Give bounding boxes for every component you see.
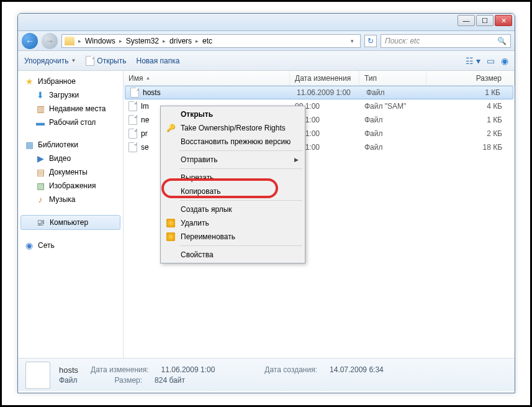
chevron-right-icon[interactable]: ▸	[196, 38, 199, 44]
image-icon: ▧	[35, 181, 45, 191]
help-icon[interactable]: ◉	[501, 56, 508, 66]
sidebar-downloads[interactable]: ⬇Загрузки	[18, 88, 123, 102]
view-options-icon[interactable]: ☷ ▾	[466, 56, 480, 66]
preview-pane-icon[interactable]: ▭	[487, 56, 495, 66]
toolbar: Упорядочить ▼ Открыть Новая папка ☷ ▾ ▭ …	[18, 51, 515, 71]
ctx-send-to[interactable]: Отправить▶	[162, 153, 304, 167]
address-bar[interactable]: ▸ Windows ▸ System32 ▸ drivers ▸ etc ▾	[61, 34, 361, 48]
file-icon	[128, 142, 137, 152]
shield-icon	[166, 218, 176, 228]
ownership-icon: 🔑	[166, 123, 176, 133]
refresh-button[interactable]: ↻	[364, 35, 377, 47]
nav-bar: ← → ▸ Windows ▸ System32 ▸ drivers ▸ etc…	[18, 31, 515, 51]
sidebar-pictures[interactable]: ▧Изображения	[18, 179, 123, 193]
recent-icon: ▥	[35, 104, 45, 114]
document-icon: ▤	[35, 167, 45, 177]
sidebar-video[interactable]: ▶Видео	[18, 152, 123, 165]
ctx-copy[interactable]: Копировать	[162, 185, 304, 198]
maximize-button[interactable]: ☐	[476, 15, 494, 26]
breadcrumb-item[interactable]: Windows	[83, 37, 118, 45]
status-filename: hosts	[59, 365, 78, 375]
column-headers: Имя▲ Дата изменения Тип Размер	[124, 71, 515, 86]
music-icon: ♪	[35, 194, 45, 204]
folder-icon	[65, 37, 74, 45]
chevron-right-icon[interactable]: ▸	[163, 38, 166, 44]
new-folder-button[interactable]: Новая папка	[136, 57, 179, 65]
file-icon	[128, 115, 137, 125]
star-icon: ★	[24, 76, 34, 86]
back-button[interactable]: ←	[22, 33, 38, 49]
sidebar-network[interactable]: ◉Сеть	[18, 239, 123, 252]
ctx-rename[interactable]: Переименовать	[162, 230, 304, 244]
shield-icon	[166, 232, 176, 242]
separator	[179, 245, 302, 246]
libraries-group[interactable]: ▦Библиотеки	[18, 138, 123, 152]
sidebar-desktop[interactable]: ▬Рабочий стол	[18, 116, 123, 129]
status-bar: hosts Дата изменения: 11.06.2009 1:00 Да…	[18, 358, 515, 391]
ctx-properties[interactable]: Свойства	[162, 248, 304, 262]
breadcrumb-item[interactable]: etc	[200, 37, 215, 45]
column-size[interactable]: Размер	[426, 71, 515, 85]
ctx-cut[interactable]: Вырезать	[162, 171, 304, 185]
organize-button[interactable]: Упорядочить ▼	[24, 57, 76, 65]
chevron-down-icon[interactable]: ▾	[347, 38, 358, 44]
open-button[interactable]: Открыть	[86, 56, 126, 66]
sidebar-music[interactable]: ♪Музыка	[18, 193, 123, 206]
separator	[179, 168, 302, 169]
ctx-restore[interactable]: Восстановить прежнюю версию	[162, 135, 304, 149]
chevron-right-icon: ▶	[294, 157, 299, 163]
network-icon: ◉	[24, 240, 34, 250]
ctx-take-ownership[interactable]: 🔑Take Ownership/Restore Rights	[162, 121, 304, 135]
computer-icon: 🖳	[36, 217, 46, 227]
chevron-right-icon[interactable]: ▸	[119, 38, 122, 44]
column-name[interactable]: Имя▲	[124, 71, 290, 85]
file-row[interactable]: hosts 11.06.2009 1:00 Файл 1 КБ	[125, 86, 513, 99]
separator	[179, 200, 302, 201]
file-icon	[86, 56, 94, 66]
separator	[179, 150, 302, 151]
ctx-open[interactable]: Открыть	[162, 107, 304, 121]
file-icon	[130, 88, 139, 98]
search-icon: 🔍	[497, 37, 507, 45]
context-menu: Открыть 🔑Take Ownership/Restore Rights В…	[160, 106, 305, 263]
column-date[interactable]: Дата изменения	[290, 71, 359, 85]
favorites-group[interactable]: ★Избранное	[18, 75, 123, 88]
file-icon	[128, 101, 137, 111]
desktop-icon: ▬	[35, 117, 45, 127]
library-icon: ▦	[24, 140, 34, 150]
file-thumbnail	[25, 362, 50, 389]
ctx-delete[interactable]: Удалить	[162, 216, 304, 230]
search-placeholder: Поиск: etc	[385, 37, 420, 45]
forward-button[interactable]: →	[42, 33, 58, 49]
breadcrumb-item[interactable]: System32	[124, 37, 161, 45]
chevron-right-icon[interactable]: ▸	[78, 38, 81, 44]
ctx-create-shortcut[interactable]: Создать ярлык	[162, 203, 304, 216]
sidebar-documents[interactable]: ▤Документы	[18, 165, 123, 179]
file-icon	[128, 129, 137, 139]
sort-indicator-icon: ▲	[145, 75, 150, 81]
close-button[interactable]: ✕	[495, 15, 512, 26]
sidebar-computer[interactable]: 🖳Компьютер	[20, 215, 120, 230]
download-icon: ⬇	[35, 90, 45, 100]
titlebar[interactable]: — ☐ ✕	[18, 14, 515, 31]
sidebar-recent[interactable]: ▥Недавние места	[18, 102, 123, 116]
breadcrumb-item[interactable]: drivers	[167, 37, 194, 45]
video-icon: ▶	[35, 153, 45, 163]
navigation-pane: ★Избранное ⬇Загрузки ▥Недавние места ▬Ра…	[18, 71, 124, 358]
column-type[interactable]: Тип	[359, 71, 426, 85]
minimize-button[interactable]: —	[458, 15, 475, 26]
search-input[interactable]: Поиск: etc 🔍	[381, 34, 511, 48]
